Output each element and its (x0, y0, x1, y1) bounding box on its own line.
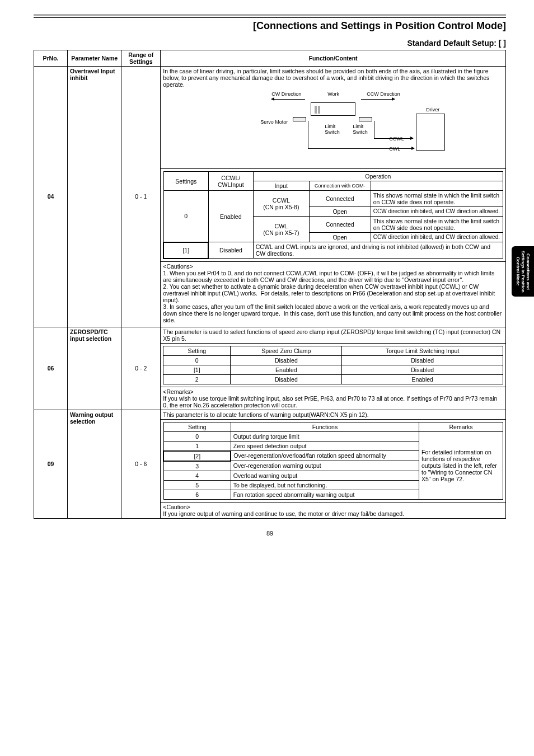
driver-label: Driver (426, 107, 439, 112)
ccw-dir-label: CCW Direction (367, 91, 400, 97)
switch-label1: Switch (325, 129, 340, 135)
desc-09: This parameter is to allocate functions … (161, 410, 506, 419)
caution-text: If you ignore output of warning and cont… (163, 510, 503, 517)
operation-hdr: Operation (253, 172, 503, 181)
name-09: Warning output selection (68, 410, 121, 518)
f9-hdr: Functions (231, 422, 419, 431)
settings-hdr: Settings (163, 172, 208, 191)
ccwl-label: CCWL (389, 136, 404, 142)
cwl-label: CWL (389, 146, 400, 152)
r1b: Disabled (342, 365, 503, 374)
prno-04: 04 (34, 67, 68, 327)
tl-hdr: Torque Limit Switching Input (342, 346, 503, 355)
r2a: Disabled (231, 374, 342, 384)
param-table: PrNo. Parameter Name Range of Settings F… (34, 50, 506, 519)
desc-04-top: In the case of linear driving, in partic… (161, 67, 506, 169)
range-09: 0 - 6 (121, 410, 161, 518)
cw-dir-label: CW Direction (271, 91, 301, 97)
remarks-title: <Remarks> (163, 388, 503, 395)
r0b: Disabled (342, 355, 503, 365)
r2: 2 (163, 374, 231, 384)
cautions-04: <Cautions> 1. When you set Pr04 to 0, an… (161, 261, 506, 325)
s9-1: 1 (163, 441, 231, 451)
disabled-1: Disabled (208, 242, 253, 259)
op2: CCW direction inhibited, and CW directio… (371, 207, 503, 217)
f9-1: Zero speed detection output (231, 441, 419, 451)
input-hdr: Input (253, 181, 309, 191)
sz-hdr: Speed Zero Clamp (231, 346, 342, 355)
r1a: Enabled (231, 365, 342, 374)
work-label: Work (327, 91, 339, 97)
s9-6: 6 (163, 490, 231, 499)
caution-09: <Caution> If you ignore output of warnin… (161, 502, 506, 518)
set-0: 0 (163, 191, 208, 242)
th-func: Function/Content (161, 50, 506, 67)
cautions-title: <Cautions> (163, 263, 503, 270)
remarks-06: <Remarks> If you wish to use torque limi… (161, 387, 506, 410)
st-hdr: Setting (163, 346, 231, 355)
f9-5: To be displayed, but not functioning. (231, 480, 419, 490)
th-name: Parameter Name (68, 50, 121, 67)
remarks-text: If you wish to use torque limit switchin… (163, 395, 503, 408)
ccwl-hdr: CCWL/ CWLInput (208, 172, 253, 191)
switch-label2: Switch (353, 129, 368, 135)
r0a: Disabled (231, 355, 342, 365)
prno-09: 09 (34, 410, 68, 518)
subtable-04-1: Settings CCWL/ CWLInput Operation Input … (161, 169, 506, 262)
s9-0: 0 (163, 431, 231, 441)
doc-title: [Connections and Settings in Position Co… (34, 20, 506, 32)
cautions-text: 1. When you set Pr04 to 0, and do not co… (163, 270, 503, 323)
f9-0: Output during torque limit (231, 431, 419, 441)
name-04: Overtravel Input inhibit (68, 67, 121, 327)
c1: Connected (309, 191, 371, 207)
enabled-0: Enabled (208, 191, 253, 242)
page-number: 89 (34, 530, 506, 537)
f9-2: Over-regeneration/overload/fan rotation … (231, 451, 419, 461)
limit-label2: Limit (353, 124, 363, 129)
setup-title: Standard Default Setup: [ ] (34, 39, 506, 48)
th-prno: PrNo. (34, 50, 68, 67)
f9-3: Over-regeneration warning output (231, 461, 419, 471)
subtable-06: Setting Speed Zero Clamp Torque Limit Sw… (161, 343, 506, 387)
range-06: 0 - 2 (121, 327, 161, 410)
r9-hdr: Remarks (419, 422, 503, 431)
op5: CCWL and CWL inputs are ignored, and dri… (253, 242, 503, 259)
caution-title: <Caution> (163, 504, 503, 510)
s9-hdr: Setting (163, 422, 231, 431)
f9-6: Fan rotation speed abnormality warning o… (231, 490, 419, 499)
desc-04-text: In the case of linear driving, in partic… (163, 68, 489, 88)
o2: Open (309, 233, 371, 242)
r1: [1] (163, 365, 231, 374)
limit-label1: Limit (325, 124, 335, 129)
r0: 0 (163, 355, 231, 365)
desc-06: The parameter is used to select function… (161, 327, 506, 343)
o1: Open (309, 207, 371, 217)
diagram-04: CW Direction Work CCW Direction Servo Mo… (221, 91, 445, 164)
s9-2: [2] (163, 451, 231, 461)
op3: This shows normal state in which the lim… (371, 217, 503, 233)
r9-text: For detailed information on functions of… (419, 431, 503, 499)
op1: This shows normal state in which the lim… (371, 191, 503, 207)
side-tab: Connections and Settings in Position Con… (512, 246, 534, 297)
c2: Connected (309, 217, 371, 233)
s9-4: 4 (163, 471, 231, 480)
prno-06: 06 (34, 327, 68, 410)
r2b: Enabled (342, 374, 503, 384)
th-range: Range of Settings (121, 50, 161, 67)
s9-3: 3 (163, 461, 231, 471)
subtable-09: Setting Functions Remarks 0 Output durin… (161, 419, 506, 502)
f9-4: Overload warning output (231, 471, 419, 480)
set-1: [1] (163, 242, 208, 259)
s9-5: 5 (163, 480, 231, 490)
servo-motor-label: Servo Motor (260, 119, 288, 125)
conncom-hdr: Connection with COM- (309, 181, 371, 191)
op4: CCW direction inhibited, and CW directio… (371, 233, 503, 242)
name-06: ZEROSPD/TC input selection (68, 327, 121, 410)
cwl-pin: CWL(CN pin X5-7) (253, 217, 309, 242)
ccwl-pin: CCWL(CN pin X5-8) (253, 191, 309, 217)
range-04: 0 - 1 (121, 67, 161, 327)
